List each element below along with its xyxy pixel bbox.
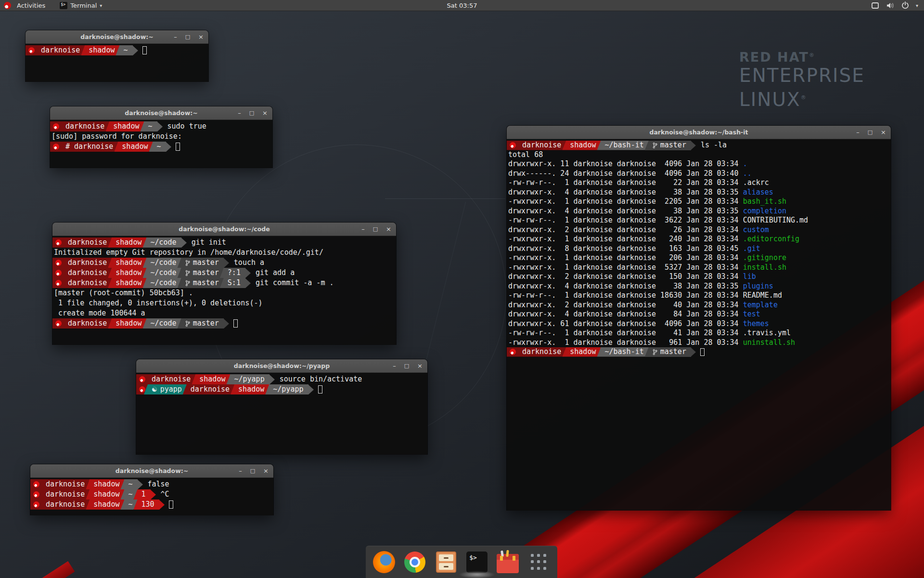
system-tray: ▾	[871, 1, 924, 9]
prompt-arrow-icon	[133, 46, 138, 55]
terminal-body[interactable]: darknoiseshadow~/codegit initInitialized…	[52, 236, 396, 345]
minimize-button[interactable]: –	[238, 110, 241, 116]
output-text: -rw-rw-r--. 1 darknoise darknoise 3622 J…	[508, 216, 743, 224]
terminal-line: drwx------. 24 darknoise darknoise 4096 …	[507, 169, 891, 179]
firefox-dock-item[interactable]	[372, 551, 396, 574]
redhat-icon	[33, 481, 39, 487]
window-titlebar[interactable]: darknoise@shadow:~–□×	[50, 106, 272, 120]
terminal-body[interactable]: darknoiseshadow~sudo true[sudo] password…	[50, 120, 272, 168]
maximize-button[interactable]: □	[868, 129, 873, 135]
maximize-button[interactable]: □	[404, 363, 409, 369]
brand-line-redhat: RED HAT®	[739, 48, 865, 65]
prompt-segment-label: ~/code	[150, 318, 176, 328]
output-text: -rwxrwxr-x. 1 darknoise darknoise 2205 J…	[508, 197, 743, 206]
maximize-button[interactable]: □	[373, 226, 378, 232]
output-text: total 68	[508, 150, 543, 159]
prompt-segment-label: shadow	[116, 278, 141, 288]
terminal-line: Initialized empty Git repository in /hom…	[52, 248, 396, 258]
prompt-segment-label: darknoise	[152, 374, 191, 384]
terminal-body[interactable]: darknoiseshadow~	[26, 44, 208, 82]
close-button[interactable]: ×	[417, 363, 423, 369]
window-titlebar[interactable]: darknoise@shadow:~/pyapp–□×	[136, 359, 427, 373]
prompt-segment: 130	[134, 499, 159, 510]
output-text: themes	[743, 319, 769, 328]
prompt-segment-label: shadow	[199, 374, 225, 384]
redhat-icon	[53, 123, 59, 130]
prompt-segment: shadow	[108, 318, 146, 328]
window-titlebar[interactable]: darknoise@shadow:~–□×	[26, 30, 208, 44]
volume-icon[interactable]	[886, 2, 895, 9]
prompt-segment-label: ~/code	[150, 258, 176, 268]
window-titlebar[interactable]: darknoise@shadow:~/code–□×	[52, 223, 396, 236]
prompt-segment: darknoise	[60, 237, 112, 248]
minimize-button[interactable]: –	[393, 363, 396, 369]
minimize-button[interactable]: –	[174, 34, 177, 40]
terminal-line: -rwxrwxr-x. 1 darknoise darknoise 961 Ja…	[507, 338, 891, 348]
output-text: drwxrwxr-x. 2 darknoise darknoise 40 Jan…	[508, 301, 743, 309]
active-app-glow	[459, 571, 495, 578]
minimize-button[interactable]: –	[856, 129, 860, 135]
terminal-line: -rw-rw-r--. 1 darknoise darknoise 3622 J…	[507, 216, 891, 225]
close-button[interactable]: ×	[881, 129, 886, 135]
window-titlebar[interactable]: darknoise@shadow:~–□×	[30, 464, 273, 478]
output-text: completion	[743, 207, 786, 215]
prompt-segment: darknoise	[514, 141, 566, 150]
prompt-segment-label: ~	[148, 121, 152, 131]
output-text: -rwxrwxr-x. 1 darknoise darknoise 5327 J…	[508, 263, 743, 272]
prompt-segment-label: shadow	[116, 237, 141, 248]
close-button[interactable]: ×	[198, 34, 204, 40]
chrome-dock-item[interactable]	[403, 551, 426, 574]
minimize-button[interactable]: –	[239, 468, 242, 474]
prompt-segment: darknoise	[38, 479, 90, 489]
output-text: .travis.yml	[743, 328, 791, 337]
prompt-segment-label: darknoise	[68, 237, 107, 248]
redhat-icon	[139, 386, 145, 393]
terminal-line: drwxrwxr-x. 4 darknoise darknoise 84 Jan…	[507, 310, 891, 319]
terminal-window-w3: darknoise@shadow:~/code–□×darknoiseshado…	[52, 223, 396, 344]
maximize-button[interactable]: □	[185, 34, 190, 40]
output-text: README.md	[743, 291, 782, 300]
chevron-down-icon[interactable]: ▾	[916, 3, 918, 8]
redhat-icon	[510, 349, 516, 355]
window-controls: –□×	[239, 464, 269, 477]
maximize-button[interactable]: □	[250, 468, 255, 474]
command-text: ^C	[156, 489, 169, 499]
files-dock-item[interactable]	[435, 551, 458, 574]
prompt-segment-label: ~	[128, 479, 132, 489]
display-icon[interactable]	[871, 2, 879, 9]
terminal-line: drwxrwxr-x. 2 darknoise darknoise 150 Ja…	[507, 272, 891, 282]
close-button[interactable]: ×	[262, 110, 268, 116]
prompt-segment: shadow	[86, 499, 124, 510]
prompt-segment-label: ~/code	[150, 237, 176, 248]
app-grid-dot	[543, 567, 546, 570]
toolbox-hinge	[513, 556, 515, 561]
prompt-segment-label: darknoise	[46, 489, 85, 499]
minimize-button[interactable]: –	[361, 226, 365, 232]
terminal-line: drwxrwxr-x. 2 darknoise darknoise 26 Jan…	[507, 225, 891, 235]
prompt-segment: S:1	[220, 278, 245, 288]
power-icon[interactable]	[901, 1, 909, 9]
terminal-body[interactable]: darknoiseshadow~falsedarknoiseshadow~1^C…	[30, 478, 273, 515]
terminal-line: 1 file changed, 0 insertions(+), 0 delet…	[52, 298, 396, 308]
prompt-arrow-icon	[270, 375, 275, 384]
prompt-segment: master	[645, 347, 691, 357]
prompt-arrow-icon	[166, 142, 171, 152]
terminal-body[interactable]: darknoiseshadow~/pyappsource bin/activat…	[136, 373, 427, 455]
brand-line-linux: LINUX®	[739, 87, 865, 111]
appgrid-dock-item[interactable]	[527, 551, 551, 574]
close-button[interactable]: ×	[386, 226, 391, 232]
prompt-arrow-icon	[245, 268, 251, 278]
prompt-segment: shadow	[108, 258, 146, 268]
close-button[interactable]: ×	[263, 468, 269, 474]
clock[interactable]: Sat 03:57	[0, 2, 924, 9]
prompt-segment-label: ~/code	[150, 268, 176, 278]
output-text: .gitignore	[743, 253, 786, 262]
terminal-dock-item[interactable]: $>	[465, 551, 488, 574]
maximize-button[interactable]: □	[249, 110, 254, 116]
output-text: ..	[743, 169, 752, 178]
terminal-body[interactable]: darknoiseshadow~/bash-itmasterls -latota…	[507, 139, 891, 511]
terminal-icon: $>	[466, 552, 488, 573]
window-titlebar[interactable]: darknoise@shadow:~/bash-it–□×	[507, 126, 891, 139]
output-text: install.sh	[743, 263, 786, 272]
toolbox-dock-item[interactable]	[496, 551, 519, 574]
